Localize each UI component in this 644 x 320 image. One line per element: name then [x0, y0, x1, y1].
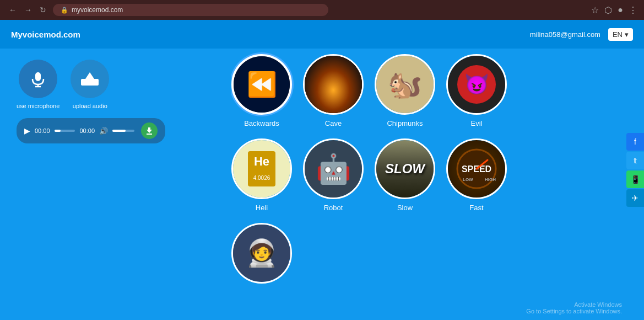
play-button[interactable]: ▶ — [24, 126, 30, 135]
nav-buttons: ← → ↻ — [7, 4, 48, 15]
facebook-button[interactable]: f — [626, 133, 644, 151]
chipmunks-label: Chipmunks — [387, 119, 423, 127]
lock-icon: 🔒 — [61, 7, 68, 14]
heli-visual: He4.0026 — [233, 140, 290, 198]
user-email: milina058@gmail.com — [530, 30, 600, 39]
evil-label: Evil — [471, 119, 483, 127]
address-bar[interactable]: 🔒 myvoicemod.com — [53, 4, 328, 16]
url-text: myvoicemod.com — [72, 6, 123, 14]
chipmunks-circle: 🐿️ — [375, 54, 435, 115]
slow-visual: SLOW — [376, 140, 434, 198]
evil-visual: 😈 — [448, 56, 505, 113]
robot-label: Robot — [324, 204, 343, 212]
voice-astronaut[interactable]: 🧑‍🚀 — [231, 223, 292, 288]
voice-backwards[interactable]: ⏪ Backwards — [231, 54, 292, 127]
robot-visual: 🤖 — [305, 140, 362, 198]
site-title: Myvoicemod.com — [11, 30, 80, 39]
upload-icon — [80, 70, 100, 88]
evil-circle: 😈 — [446, 54, 507, 115]
twitter-icon: 𝕥 — [634, 156, 637, 165]
bookmark-icon[interactable]: ☆ — [591, 5, 599, 15]
astronaut-visual: 🧑‍🚀 — [233, 225, 290, 282]
activate-line2: Go to Settings to activate Windows. — [526, 308, 622, 314]
main-content: use microphone upload audio ▶ 00:00 — [0, 49, 644, 320]
progress-fill — [55, 130, 61, 132]
cave-circle — [303, 54, 364, 115]
voice-row-2: He4.0026 Heli 🤖 Robot — [231, 138, 633, 212]
backwards-label: Backwards — [244, 119, 279, 127]
whatsapp-button[interactable]: 📱 — [626, 170, 644, 188]
slow-label: Slow — [397, 204, 413, 212]
svg-rect-6 — [147, 134, 152, 135]
chipmunks-visual: 🐿️ — [376, 56, 434, 113]
telegram-button[interactable]: ✈ — [626, 189, 644, 207]
voice-fast[interactable]: SPEED LOW HIGH Fast — [446, 138, 507, 212]
topbar-right: milina058@gmail.com EN ▾ — [530, 28, 633, 41]
windows-activate-notice: Activate Windows Go to Settings to activ… — [526, 301, 622, 314]
upload-label: upload audio — [73, 103, 107, 109]
svg-text:LOW: LOW — [463, 177, 473, 182]
profile-icon[interactable]: ● — [618, 5, 623, 15]
svg-rect-3 — [81, 79, 99, 86]
voice-chipmunks[interactable]: 🐿️ Chipmunks — [375, 54, 435, 127]
slow-circle: SLOW — [375, 138, 435, 199]
topbar: Myvoicemod.com milina058@gmail.com EN ▾ — [0, 20, 644, 49]
microphone-button[interactable]: use microphone — [17, 60, 59, 109]
time-start: 00:00 — [35, 127, 50, 134]
fast-circle: SPEED LOW HIGH — [446, 138, 507, 199]
forward-button[interactable]: → — [22, 4, 34, 15]
extensions-icon[interactable]: ⬡ — [604, 5, 612, 15]
browser-actions: ☆ ⬡ ● ⋮ — [591, 5, 637, 15]
microphone-icon — [29, 70, 47, 88]
fast-visual: SPEED LOW HIGH — [448, 140, 505, 198]
lang-dropdown-icon: ▾ — [625, 30, 629, 39]
audio-player: ▶ 00:00 00:00 🔊 — [17, 118, 165, 143]
fast-label: Fast — [469, 204, 483, 212]
voice-slow[interactable]: SLOW Slow — [375, 138, 435, 212]
cave-lights — [305, 56, 362, 113]
left-panel: use microphone upload audio ▶ 00:00 — [0, 49, 231, 320]
evil-face: 😈 — [457, 65, 496, 104]
svg-rect-0 — [35, 72, 41, 81]
download-icon — [145, 127, 153, 135]
volume-icon: 🔊 — [99, 127, 108, 135]
volume-fill — [112, 130, 126, 132]
backwards-circle: ⏪ — [231, 54, 292, 115]
volume-bar[interactable] — [112, 130, 134, 132]
voice-heli[interactable]: He4.0026 Heli — [231, 138, 292, 212]
robot-circle: 🤖 — [303, 138, 364, 199]
upload-icon-circle — [71, 60, 109, 98]
browser-chrome: ← → ↻ 🔒 myvoicemod.com ☆ ⬡ ● ⋮ — [0, 0, 644, 20]
voice-grid: ⏪ Backwards Cave 🐿️ Chi — [231, 49, 644, 320]
voice-cave[interactable]: Cave — [303, 54, 364, 127]
social-sidebar: f 𝕥 📱 ✈ — [626, 133, 644, 207]
menu-icon[interactable]: ⋮ — [629, 5, 637, 15]
mic-icon-circle — [19, 60, 57, 98]
cave-visual — [305, 56, 362, 113]
audio-controls: use microphone upload audio — [17, 60, 215, 109]
heli-circle: He4.0026 — [231, 138, 292, 199]
whatsapp-icon: 📱 — [631, 175, 640, 184]
voice-row-3: 🧑‍🚀 — [231, 223, 633, 288]
mic-label: use microphone — [17, 103, 59, 109]
upload-button[interactable]: upload audio — [71, 60, 109, 109]
lang-label: EN — [613, 30, 623, 39]
helium-element: He4.0026 — [248, 151, 276, 187]
speed-dial-icon: SPEED LOW HIGH — [454, 147, 499, 191]
twitter-button[interactable]: 𝕥 — [626, 152, 644, 169]
voice-robot[interactable]: 🤖 Robot — [303, 138, 364, 212]
telegram-icon: ✈ — [632, 194, 638, 202]
svg-text:HIGH: HIGH — [485, 177, 496, 182]
voice-evil[interactable]: 😈 Evil — [446, 54, 507, 127]
backwards-visual: ⏪ — [234, 56, 290, 113]
back-button[interactable]: ← — [7, 4, 19, 15]
robot-figure: 🤖 — [316, 152, 351, 186]
activate-line1: Activate Windows — [526, 301, 622, 308]
language-selector[interactable]: EN ▾ — [608, 28, 633, 41]
svg-marker-4 — [85, 72, 94, 79]
cave-label: Cave — [325, 119, 342, 127]
download-button[interactable] — [141, 122, 158, 139]
voice-row-1: ⏪ Backwards Cave 🐿️ Chi — [231, 54, 633, 127]
reload-button[interactable]: ↻ — [37, 4, 48, 15]
progress-bar[interactable] — [55, 130, 75, 132]
